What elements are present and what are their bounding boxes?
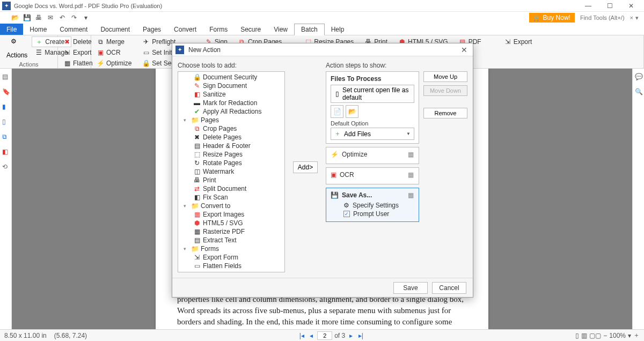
tree-group-pages[interactable]: ▾📁Pages [178,116,284,124]
tree-fix-scan[interactable]: ◧Fix Scan [178,193,284,202]
prompt-user-option[interactable]: ✓Prompt User [331,210,414,218]
tree-sign-document[interactable]: ✎Sign Document [178,81,284,90]
comments-panel-icon[interactable]: 💬 [635,73,642,80]
tree-html5-svg[interactable]: ⬢HTML5 / SVG [178,219,284,227]
menu-document[interactable]: Document [94,24,136,35]
tags-panel-icon[interactable]: ◧ [2,148,10,155]
redo-icon[interactable]: ↷ [70,13,78,22]
menu-batch[interactable]: Batch [294,24,325,35]
zoom-dropdown-icon[interactable]: ▾ [628,332,631,339]
tree-crop-pages[interactable]: ⧉Crop Pages [178,124,284,133]
panel-close-icon[interactable]: × [630,14,633,21]
add-folder-icon-button[interactable]: 📂 [346,105,358,118]
tree-group-convert[interactable]: ▾📁Convert to [178,202,284,210]
close-button[interactable]: ✕ [620,0,642,12]
tree-document-security[interactable]: 🔒Document Security [178,73,284,81]
export-button[interactable]: ⇲Export [60,47,96,58]
gear-icon[interactable]: ▦ [408,191,415,199]
default-option-combo[interactable]: ＋Add Files▼ [331,128,414,140]
tree-reset-fields[interactable]: ↺Reset Fields [178,270,284,272]
watermark-icon: ◫ [193,168,201,175]
menu-help[interactable]: Help [325,24,351,35]
step-optimize[interactable]: ⚡Optimize ▦ [326,147,419,164]
tree-rasterize-pdf[interactable]: ▦Rasterize PDF [178,227,284,236]
tree-apply-redactions[interactable]: ✔Apply All Redactions [178,107,284,116]
ocr-button[interactable]: ▣OCR [93,47,135,58]
maximize-button[interactable]: ☐ [599,0,620,12]
menu-home[interactable]: Home [23,24,53,35]
find-tools-hint[interactable]: Find Tools (Alt+/) [577,14,628,21]
menu-comment[interactable]: Comment [53,24,94,35]
panel-chevron-icon[interactable]: ▾ [635,14,639,21]
page-number-input[interactable] [317,331,332,340]
move-down-button[interactable]: Move Down [423,85,467,96]
menu-file[interactable]: File [0,24,23,35]
last-page-button[interactable]: ▸| [357,332,364,339]
view-single-icon[interactable]: ▯ [575,332,579,339]
first-page-button[interactable]: |◂ [298,332,305,339]
flatten-button[interactable]: ▦Flatten [60,58,96,69]
undo-icon[interactable]: ↶ [58,13,67,22]
buy-now-button[interactable]: 🛒 Buy Now! [529,13,575,23]
set-default-file-button[interactable]: ▯Set current open file as default [331,85,414,103]
step-ocr[interactable]: ▣OCR ▦ [326,167,419,184]
menu-forms[interactable]: Forms [203,24,234,35]
delete-button[interactable]: ✖Delete [60,36,96,47]
move-up-button[interactable]: Move Up [423,71,467,82]
bookmarks-panel-icon[interactable]: 🔖 [2,88,10,95]
add-tool-button[interactable]: Add> [293,161,318,173]
view-facing-icon[interactable]: ▢▢ [589,332,601,339]
menu-secure[interactable]: Secure [234,24,267,35]
tree-flatten-fields[interactable]: ▭Flatten Fields [178,262,284,270]
gear-icon[interactable]: ▦ [408,151,415,158]
tree-export-images[interactable]: ▦Export Images [178,210,284,219]
ribbon-export-button[interactable]: ⇲Export [501,36,536,47]
tools-tree[interactable]: 🔒Document Security ✎Sign Document ◧Sanit… [178,71,285,272]
zoom-level[interactable]: 100% [609,332,626,339]
email-icon[interactable]: ✉ [46,13,55,22]
content-panel-icon[interactable]: ⟲ [2,163,10,171]
tree-resize-pages[interactable]: ⬚Resize Pages [178,150,284,159]
add-file-icon-button[interactable]: 📄 [331,105,343,118]
dialog-close-button[interactable]: ✕ [459,46,470,54]
tree-mark-redaction[interactable]: ▬Mark for Redaction [178,99,284,107]
tree-sanitize[interactable]: ◧Sanitize [178,90,284,99]
optimize-button[interactable]: ⚡Optimize [93,58,135,69]
menu-convert[interactable]: Convert [167,24,203,35]
menu-view[interactable]: View [267,24,294,35]
zoom-in-button[interactable]: ＋ [633,331,640,340]
open-icon[interactable]: 📂 [11,13,19,22]
signatures-panel-icon[interactable]: ▮ [2,103,10,110]
dialog-save-button[interactable]: Save [393,282,428,294]
search-panel-icon[interactable]: 🔍 [635,88,642,95]
dropdown-icon[interactable]: ▾ [82,13,90,22]
print-icon[interactable]: 🖶 [34,13,43,22]
dialog-cancel-button[interactable]: Cancel [432,282,466,294]
tree-export-form[interactable]: ⇲Export Form [178,253,284,262]
gear-icon[interactable]: ▦ [408,171,415,179]
tree-print[interactable]: 🖶Print [178,176,284,184]
remove-button[interactable]: Remove [423,108,467,118]
tree-extract-text[interactable]: ▤Extract Text [178,236,284,244]
zoom-out-button[interactable]: − [603,332,607,339]
tree-delete-pages[interactable]: ✖Delete Pages [178,133,284,142]
next-page-button[interactable]: ▸ [347,332,355,339]
tree-group-forms[interactable]: ▾📁Forms [178,244,284,253]
actions-big-button[interactable]: ⚙ Actions [2,36,32,60]
tree-watermark[interactable]: ◫Watermark [178,167,284,176]
prev-page-button[interactable]: ◂ [308,332,315,339]
pages-panel-icon[interactable]: ▤ [2,73,10,80]
attachments-panel-icon[interactable]: ⧉ [2,133,10,140]
save-icon[interactable]: 💾 [23,13,31,22]
view-continuous-icon[interactable]: ▥ [581,332,587,339]
layers-panel-icon[interactable]: ▯ [2,118,10,125]
step-files-to-process[interactable]: Files To Process ▯Set current open file … [326,71,419,144]
menu-pages[interactable]: Pages [136,24,167,35]
tree-rotate-pages[interactable]: ↻Rotate Pages [178,159,284,167]
merge-button[interactable]: ⧉Merge [93,36,135,47]
specify-settings-option[interactable]: ⚙Specify Settings [331,201,414,210]
step-save-as[interactable]: 💾Save As... ▦ ⚙Specify Settings ✓Prompt … [326,188,419,222]
tree-header-footer[interactable]: ▤Header & Footer [178,142,284,150]
tree-split-document[interactable]: ⇄Split Document [178,184,284,193]
minimize-button[interactable]: — [577,0,599,12]
